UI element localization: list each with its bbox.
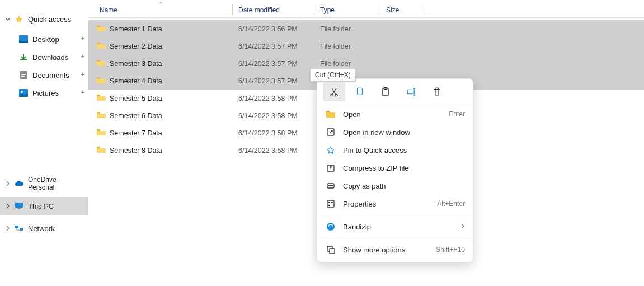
svg-rect-36 — [331, 202, 333, 203]
chevron-down-icon — [3, 15, 12, 24]
file-date: 6/14/2022 3:58 PM — [233, 129, 314, 137]
network-icon — [15, 224, 23, 233]
menu-label: Bandizip — [343, 223, 456, 231]
pin-icon[interactable] — [77, 54, 88, 60]
pin-icon[interactable] — [77, 90, 88, 96]
nav-item-downloads[interactable]: Downloads — [0, 48, 88, 66]
menu-properties[interactable]: Properties Alt+Enter — [317, 195, 473, 213]
delete-button[interactable] — [426, 82, 448, 101]
file-type: File folder — [314, 60, 380, 68]
desktop-icon — [19, 35, 28, 44]
nav-item-network[interactable]: Network — [0, 219, 88, 237]
svg-rect-10 — [17, 208, 21, 209]
monitor-icon — [15, 201, 23, 210]
nav-label: OneDrive - Personal — [28, 176, 88, 191]
svg-rect-16 — [97, 77, 100, 79]
file-date: 6/14/2022 3:56 PM — [233, 25, 314, 33]
file-name: Semester 5 Data — [110, 95, 162, 102]
svg-rect-4 — [21, 73, 26, 73]
nav-item-desktop[interactable]: Desktop — [0, 30, 88, 48]
nav-quick-access[interactable]: Quick access — [0, 10, 88, 28]
folder-icon — [96, 41, 106, 51]
chevron-right-icon — [460, 223, 465, 231]
bandizip-icon — [325, 221, 336, 232]
menu-label: Open — [343, 110, 449, 119]
folder-icon — [96, 146, 106, 155]
column-header-date[interactable]: Date modified — [233, 2, 314, 17]
file-name: Semester 6 Data — [110, 112, 162, 120]
file-list-area: Name ˄ Date modified Type Size Semester … — [88, 0, 644, 286]
documents-icon — [19, 71, 28, 79]
svg-rect-23 — [358, 88, 363, 95]
column-label: Date modified — [238, 6, 280, 14]
more-options-icon — [325, 244, 336, 255]
column-headers: Name ˄ Date modified Type Size — [88, 2, 644, 18]
svg-rect-14 — [97, 43, 100, 44]
nav-label: Quick access — [28, 15, 88, 24]
column-label: Size — [386, 6, 399, 14]
folder-icon — [96, 24, 106, 34]
nav-label: Pictures — [32, 89, 77, 97]
svg-point-21 — [331, 94, 332, 96]
file-row[interactable]: Semester 2 Data6/14/2022 3:57 PMFile fol… — [88, 37, 644, 55]
svg-rect-31 — [328, 185, 333, 186]
column-label: Name — [100, 6, 117, 14]
star-icon — [15, 15, 23, 24]
menu-pin-quick-access[interactable]: Pin to Quick access — [317, 141, 473, 159]
svg-rect-27 — [326, 111, 330, 112]
menu-shortcut: Enter — [449, 110, 465, 118]
column-header-type[interactable]: Type — [314, 2, 380, 17]
nav-item-pictures[interactable]: Pictures — [0, 84, 88, 102]
cut-button[interactable] — [323, 82, 345, 101]
pin-icon[interactable] — [77, 36, 88, 43]
svg-rect-2 — [20, 59, 27, 60]
file-date: 6/14/2022 3:58 PM — [233, 95, 314, 102]
menu-compress-zip[interactable]: Compress to ZIP file — [317, 159, 473, 177]
file-name: Semester 1 Data — [110, 25, 162, 33]
menu-label: Show more options — [343, 246, 436, 254]
file-name: Semester 8 Data — [110, 147, 162, 154]
menu-open-new-window[interactable]: Open in new window — [317, 123, 473, 141]
nav-label: This PC — [28, 202, 88, 210]
svg-rect-35 — [328, 205, 330, 206]
menu-bandizip[interactable]: Bandizip — [317, 218, 473, 236]
menu-show-more-options[interactable]: Show more options Shift+F10 — [317, 241, 473, 259]
nav-label: Downloads — [32, 53, 77, 62]
nav-item-this-pc[interactable]: This PC — [0, 197, 88, 215]
column-header-size[interactable]: Size — [380, 2, 425, 17]
file-row[interactable]: Semester 1 Data6/14/2022 3:56 PMFile fol… — [88, 20, 644, 37]
navigation-pane: Quick access Desktop Downloads Doc — [0, 0, 88, 286]
nav-label: Desktop — [32, 35, 77, 44]
column-label: Type — [320, 6, 335, 14]
cloud-icon — [15, 179, 23, 188]
svg-point-8 — [21, 91, 23, 93]
svg-rect-17 — [97, 95, 100, 96]
folder-icon — [96, 93, 106, 103]
chevron-right-icon — [3, 201, 12, 210]
paste-button[interactable] — [374, 82, 397, 101]
svg-rect-26 — [407, 90, 413, 94]
context-menu-toolbar — [317, 79, 473, 105]
rename-button[interactable] — [400, 82, 422, 101]
menu-label: Pin to Quick access — [343, 146, 465, 154]
pin-icon[interactable] — [77, 72, 88, 78]
svg-rect-18 — [97, 112, 100, 114]
star-outline-icon — [325, 144, 336, 156]
tooltip-text: Cut (Ctrl+X) — [315, 71, 351, 79]
copy-button[interactable] — [349, 82, 371, 101]
menu-label: Properties — [343, 200, 437, 208]
file-row[interactable]: Semester 3 Data6/14/2022 3:57 PMFile fol… — [88, 55, 644, 72]
chevron-right-icon — [3, 224, 12, 233]
svg-rect-40 — [330, 249, 335, 254]
nav-item-documents[interactable]: Documents — [0, 66, 88, 84]
file-name: Semester 2 Data — [110, 43, 162, 50]
column-header-name[interactable]: Name ˄ — [88, 2, 233, 17]
nav-item-onedrive[interactable]: OneDrive - Personal — [0, 175, 88, 193]
menu-copy-as-path[interactable]: Copy as path — [317, 177, 473, 195]
menu-separator — [317, 215, 473, 215]
file-name: Semester 7 Data — [110, 129, 162, 137]
svg-rect-19 — [97, 129, 100, 131]
folder-open-icon — [325, 109, 336, 120]
svg-rect-20 — [97, 147, 100, 148]
menu-open[interactable]: Open Enter — [317, 105, 473, 123]
